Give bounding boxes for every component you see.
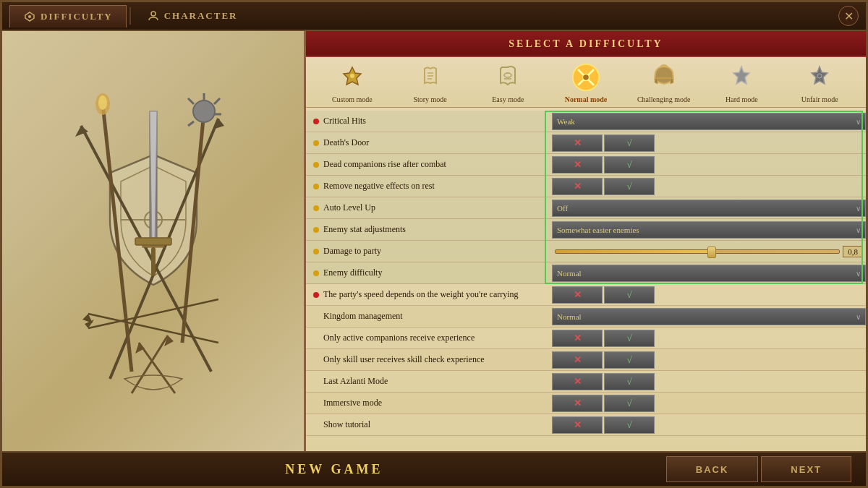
bottom-bar: NEW GAME BACK NEXT (2, 451, 866, 486)
tab-character[interactable]: CHARACTER (134, 5, 251, 27)
setting-dropdown[interactable]: Weak (552, 113, 866, 130)
setting-label: Last Azlanti Mode (306, 374, 552, 389)
setting-check-button[interactable]: √ (604, 416, 655, 434)
setting-label-text: The party's speed depends on the weight … (323, 289, 519, 300)
setting-label-text: Kingdom management (323, 311, 403, 322)
diff-icon-unfair (805, 63, 834, 92)
setting-x-button[interactable]: ✕ (552, 178, 603, 195)
setting-label: Only skill user receives skill check exp… (306, 352, 552, 367)
diff-custom[interactable]: Custom mode (313, 63, 391, 104)
setting-controls: Normal (552, 265, 866, 282)
setting-row: Enemy difficultyNormal (306, 262, 866, 284)
setting-label: Kingdom management (306, 309, 552, 324)
top-nav: DIFFICULTY CHARACTER ✕ (2, 2, 866, 31)
setting-dropdown[interactable]: Somewhat easier enemies (552, 221, 866, 239)
diff-easy[interactable]: Easy mode (469, 63, 547, 104)
setting-indicator-dot (313, 205, 319, 211)
setting-label: Show tutorial (306, 417, 552, 432)
setting-check-button[interactable]: √ (604, 178, 655, 195)
setting-label-text: Remove negative effects on rest (323, 181, 435, 192)
setting-indicator-dot (313, 270, 319, 276)
diff-unfair[interactable]: Unfair mode (780, 63, 859, 104)
book-illustration (30, 53, 276, 429)
slider-value: 0,8 (843, 246, 863, 257)
setting-dropdown[interactable]: Off (552, 200, 866, 217)
setting-label-text: Show tutorial (323, 419, 370, 430)
setting-x-button[interactable]: ✕ (552, 286, 603, 304)
setting-row: The party's speed depends on the weight … (306, 284, 866, 306)
setting-x-button[interactable]: ✕ (552, 134, 603, 152)
setting-label-text: Enemy difficulty (323, 267, 382, 278)
setting-controls: ✕√ (552, 395, 866, 412)
diff-challenging[interactable]: Challenging mode (625, 63, 703, 104)
slider-thumb[interactable] (707, 247, 716, 258)
main-content: SELECT A DIFFICULTY Custom mode (2, 31, 866, 451)
next-button[interactable]: NEXT (761, 456, 851, 482)
setting-check-button[interactable]: √ (604, 351, 655, 369)
setting-row: Show tutorial✕√ (306, 414, 866, 436)
setting-label: Immersive mode (306, 395, 552, 411)
dropdown-value: Weak (557, 117, 575, 126)
setting-controls: 0,8 (552, 246, 866, 257)
setting-label-text: Dead companions rise after combat (323, 159, 446, 170)
panel-title: SELECT A DIFFICULTY (509, 38, 663, 49)
diff-normal[interactable]: Normal mode (547, 63, 625, 104)
back-button[interactable]: BACK (666, 456, 759, 482)
bottom-actions: BACK NEXT (666, 456, 866, 482)
setting-label-text: Immersive mode (323, 398, 382, 408)
settings-scroll[interactable]: Critical HitsWeakDeath's Door✕√Dead comp… (306, 108, 866, 451)
dropdown-value: Somewhat easier enemies (557, 226, 639, 234)
setting-row: Kingdom managementNormal (306, 306, 866, 328)
setting-controls: Somewhat easier enemies (552, 221, 866, 239)
setting-row: Last Azlanti Mode✕√ (306, 371, 866, 393)
svg-point-39 (504, 73, 511, 77)
setting-x-button[interactable]: ✕ (552, 395, 603, 412)
setting-check-button[interactable]: √ (604, 330, 655, 347)
setting-check-button[interactable]: √ (604, 156, 655, 174)
setting-indicator-dot (313, 227, 319, 233)
setting-x-button[interactable]: ✕ (552, 373, 603, 390)
setting-x-button[interactable]: ✕ (552, 351, 603, 369)
setting-label-text: Auto Level Up (323, 202, 375, 213)
setting-controls: ✕√ (552, 156, 866, 174)
setting-dropdown[interactable]: Normal (552, 308, 866, 325)
close-button[interactable]: ✕ (838, 6, 859, 26)
setting-label: Critical Hits (306, 114, 552, 129)
setting-x-button[interactable]: ✕ (552, 330, 603, 347)
setting-check-button[interactable]: √ (604, 373, 655, 390)
svg-point-35 (350, 74, 354, 78)
setting-x-button[interactable]: ✕ (552, 156, 603, 174)
setting-label: Enemy difficulty (306, 265, 552, 281)
chevron-down-icon (856, 269, 861, 278)
setting-check-button[interactable]: √ (604, 134, 655, 152)
right-panel: SELECT A DIFFICULTY Custom mode (306, 31, 866, 451)
setting-row: Damage to party0,8 (306, 241, 866, 262)
diff-label-hard: Hard mode (726, 95, 758, 104)
chevron-down-icon (856, 312, 861, 321)
diff-label-unfair: Unfair mode (801, 95, 838, 104)
setting-dropdown[interactable]: Normal (552, 265, 866, 282)
setting-indicator-dot (313, 162, 319, 168)
setting-row: Auto Level UpOff (306, 197, 866, 219)
diff-label-story: Story mode (413, 95, 446, 104)
setting-label-text: Death's Door (323, 137, 369, 148)
setting-controls: ✕√ (552, 178, 866, 195)
slider-track[interactable] (555, 249, 840, 254)
svg-point-21 (193, 100, 215, 122)
tab-difficulty[interactable]: DIFFICULTY (9, 5, 127, 27)
diff-hard[interactable]: Hard mode (703, 63, 781, 104)
diff-icon-custom (338, 63, 367, 92)
setting-controls: ✕√ (552, 286, 866, 304)
setting-row: Death's Door✕√ (306, 132, 866, 154)
diff-label-challenging: Challenging mode (637, 95, 691, 104)
difficulty-tab-icon (23, 10, 36, 23)
setting-indicator-dot (313, 292, 319, 298)
diff-story[interactable]: Story mode (391, 63, 469, 104)
setting-check-button[interactable]: √ (604, 286, 655, 304)
setting-x-button[interactable]: ✕ (552, 416, 603, 434)
setting-row: Immersive mode✕√ (306, 393, 866, 414)
setting-controls: ✕√ (552, 373, 866, 390)
setting-indicator-dot (313, 119, 319, 124)
setting-check-button[interactable]: √ (604, 395, 655, 412)
setting-label: Auto Level Up (306, 200, 552, 215)
